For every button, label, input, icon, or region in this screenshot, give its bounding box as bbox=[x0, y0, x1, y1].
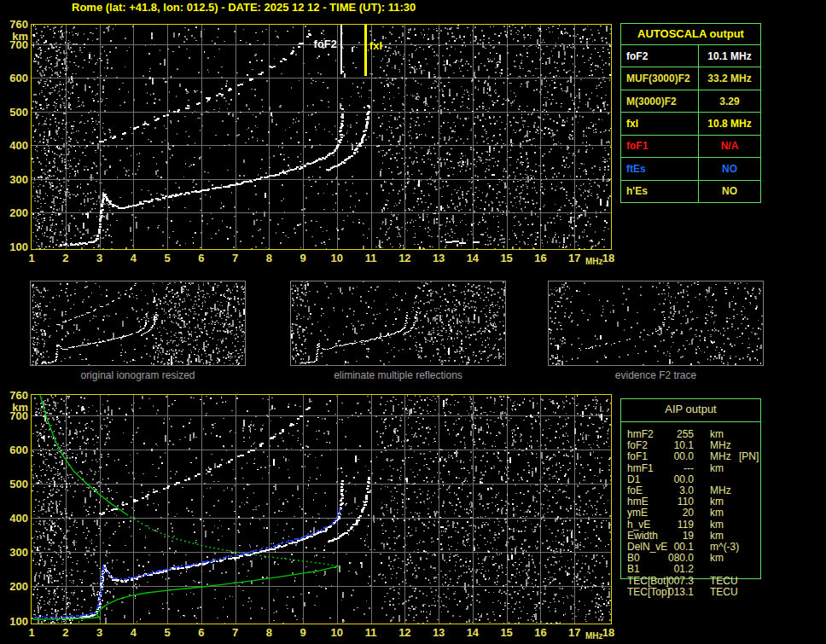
autoscala-row-value: 10.8 MHz bbox=[699, 113, 760, 134]
aip-row-label: B0 bbox=[627, 553, 640, 564]
x-tick-label: 4 bbox=[124, 626, 143, 639]
autoscala-row-label: ftEs bbox=[621, 158, 699, 179]
thumbnail-original-ionogram bbox=[30, 281, 246, 366]
autoscala-table-row: MUF(3000)F233.2 MHz bbox=[621, 67, 760, 90]
aip-row-unit: km bbox=[710, 531, 724, 542]
aip-table-row: foE3.0MHz bbox=[620, 485, 782, 496]
y-tick-label: 100 bbox=[0, 615, 28, 628]
aip-row-value: 119 bbox=[656, 519, 694, 531]
y-tick-label: 200 bbox=[0, 580, 28, 593]
autoscala-table-row: M(3000)F23.29 bbox=[621, 90, 760, 113]
x-tick-label: 11 bbox=[362, 252, 381, 264]
y-tick-label: 100 bbox=[0, 241, 28, 253]
aip-table-row: ymE20km bbox=[620, 508, 782, 519]
thumbnail-caption: evidence F2 trace bbox=[548, 369, 764, 381]
x-tick-label: 7 bbox=[226, 252, 245, 264]
aip-row-value: 3.0 bbox=[656, 485, 694, 496]
aip-row-unit: km bbox=[710, 429, 724, 440]
autoscala-row-label: fxI bbox=[621, 113, 699, 134]
aip-row-extra: [PN] bbox=[739, 451, 759, 462]
aip-table-row: B0080.0km bbox=[620, 553, 782, 564]
ionogram-canvas-bottom bbox=[32, 395, 611, 624]
autoscala-row-label: MUF(3000)F2 bbox=[621, 67, 699, 89]
thumbnail-eliminate-reflections bbox=[290, 281, 506, 366]
aip-row-value: 110 bbox=[656, 496, 694, 508]
aip-row-value: 19 bbox=[656, 531, 694, 542]
aip-table-row: DelN_vE00.1m^(-3) bbox=[620, 542, 782, 553]
x-tick-label: 3 bbox=[90, 252, 109, 264]
thumbnail-canvas-original bbox=[31, 281, 245, 365]
y-tick-label: 300 bbox=[0, 546, 28, 559]
x-tick-label: 11 bbox=[362, 626, 381, 639]
x-tick-label: 14 bbox=[463, 626, 482, 639]
x-tick-label: 8 bbox=[259, 626, 278, 639]
aip-row-value: 20 bbox=[656, 508, 694, 519]
x-tick-label: 17 bbox=[565, 252, 584, 264]
autoscala-row-value: NO bbox=[699, 158, 760, 179]
aip-row-value: 255 bbox=[656, 429, 694, 440]
aip-table-row: TEC[Top]013.1TECU bbox=[620, 587, 782, 598]
aip-row-unit: MHz bbox=[710, 451, 731, 462]
autoscala-row-label: h'Es bbox=[621, 181, 699, 202]
aip-row-label: foF2 bbox=[627, 440, 648, 451]
aip-row-label: B1 bbox=[627, 564, 640, 575]
aip-row-value: 007.3 bbox=[656, 576, 694, 587]
aip-table-row: Ewidth19km bbox=[620, 531, 782, 542]
x-tick-label: 8 bbox=[259, 252, 278, 264]
aip-table-row: foF210.1MHz bbox=[620, 440, 782, 451]
autoscala-row-value: N/A bbox=[699, 136, 760, 157]
autoscala-row-value: 3.29 bbox=[699, 90, 760, 112]
thumbnail-canvas-eliminate bbox=[291, 281, 505, 365]
aip-row-value: 10.1 bbox=[656, 440, 694, 451]
ionogram-canvas-top bbox=[32, 25, 611, 249]
aip-row-label: hmF2 bbox=[627, 429, 654, 440]
aip-table-row: hmF2255km bbox=[620, 429, 782, 440]
x-tick-label: 12 bbox=[395, 626, 414, 639]
aip-row-unit: m^(-3) bbox=[710, 542, 739, 553]
aip-row-label: foE bbox=[627, 485, 643, 496]
aip-row-unit: MHz bbox=[710, 440, 731, 451]
autoscala-table-row: ftEsNO bbox=[621, 158, 760, 180]
ionogram-plot-bottom bbox=[31, 394, 612, 624]
x-tick-label: 7 bbox=[226, 626, 245, 639]
aip-row-label: hmF1 bbox=[627, 463, 654, 474]
x-axis-unit-label: MHz bbox=[585, 631, 603, 641]
aip-table-row: B101.2 bbox=[620, 564, 782, 575]
fxI-marker-line bbox=[364, 25, 367, 76]
x-tick-label: 2 bbox=[56, 626, 75, 639]
aip-row-unit: TECU bbox=[710, 576, 738, 587]
x-axis-unit-label: MHz bbox=[585, 257, 603, 266]
aip-table-row: h_vE119km bbox=[620, 519, 782, 531]
x-tick-label: 15 bbox=[497, 626, 516, 639]
thumbnail-canvas-evidence bbox=[549, 281, 763, 365]
autoscala-row-label: foF1 bbox=[621, 136, 699, 157]
aip-table-rows: hmF2255kmfoF210.1MHzfoF100.0MHz[PN]hmF1-… bbox=[620, 398, 782, 612]
y-tick-label: 400 bbox=[0, 512, 28, 525]
x-tick-label: 16 bbox=[531, 252, 550, 264]
x-tick-label: 16 bbox=[531, 626, 550, 639]
foF2-marker-label: foF2 bbox=[301, 38, 337, 50]
y-tick-label: 760 bbox=[0, 389, 28, 402]
aip-row-value: 00.0 bbox=[656, 451, 694, 462]
aip-row-label: hmE bbox=[627, 496, 649, 508]
aip-row-value: 01.2 bbox=[656, 564, 694, 575]
aip-row-value: 013.1 bbox=[656, 587, 694, 598]
aip-row-label: Ewidth bbox=[627, 531, 658, 542]
x-tick-label: 3 bbox=[90, 626, 109, 639]
x-tick-label: 1 bbox=[22, 626, 41, 639]
x-tick-label: 9 bbox=[294, 252, 312, 264]
foF2-marker-line bbox=[340, 25, 342, 74]
autoscala-row-value: NO bbox=[699, 181, 760, 202]
fxI-marker-label: fxI bbox=[369, 39, 382, 52]
y-tick-label: 600 bbox=[0, 72, 28, 84]
y-tick-label: 300 bbox=[0, 173, 28, 186]
y-tick-label: 400 bbox=[0, 139, 28, 152]
y-tick-label: 500 bbox=[0, 478, 28, 490]
aip-row-unit: TECU bbox=[710, 587, 738, 598]
autoscala-row-label: foF2 bbox=[621, 45, 699, 67]
autoscala-table-row: foF1N/A bbox=[621, 136, 760, 158]
x-tick-label: 17 bbox=[565, 626, 584, 639]
x-tick-label: 12 bbox=[395, 252, 414, 264]
aip-row-label: h_vE bbox=[627, 519, 650, 531]
autoscala-table-row: fxI10.8 MHz bbox=[621, 113, 760, 135]
